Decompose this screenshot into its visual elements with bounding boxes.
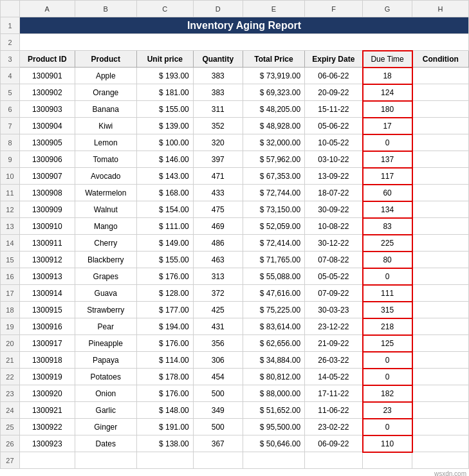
- total-price: $ 72,744.00: [243, 185, 304, 201]
- corner-cell: [1, 1, 20, 17]
- row-num-15: 15: [1, 252, 20, 268]
- condition: [412, 268, 469, 285]
- product-id: 1300908: [19, 185, 75, 201]
- product-name: Tomato: [75, 151, 136, 168]
- quantity: 383: [193, 68, 243, 84]
- data-body: 41300901Apple$ 193.00383$ 73,919.0006-06…: [1, 68, 469, 469]
- total-price: $ 75,225.00: [243, 302, 304, 318]
- product-name: Garlic: [75, 402, 136, 419]
- unit-price: $ 138.00: [136, 435, 193, 452]
- condition: [412, 402, 469, 419]
- col-letter-D: D: [193, 1, 243, 17]
- expiry-date: 07-09-22: [305, 285, 363, 302]
- inventory-table: ABCDEFGH 1 Inventory Aging Report 2 3 Pr…: [0, 0, 469, 469]
- due-time: 80: [363, 252, 412, 268]
- unit-price: $ 181.00: [136, 84, 193, 101]
- quantity: 320: [193, 134, 243, 151]
- unit-price: $ 155.00: [136, 101, 193, 118]
- unit-price: $ 154.00: [136, 201, 193, 218]
- expiry-date: 10-08-22: [305, 218, 363, 235]
- expiry-date: 30-03-23: [305, 302, 363, 318]
- col-letter-E: E: [243, 1, 304, 17]
- product-name: Onion: [75, 385, 136, 402]
- unit-price: $ 111.00: [136, 218, 193, 235]
- total-price: $ 51,652.00: [243, 402, 304, 419]
- total-price: $ 50,646.00: [243, 435, 304, 452]
- quantity: 425: [193, 302, 243, 318]
- unit-price: $ 128.00: [136, 285, 193, 302]
- expiry-date: 18-07-22: [305, 185, 363, 201]
- unit-price: $ 176.00: [136, 385, 193, 402]
- quantity: 313: [193, 268, 243, 285]
- row-num-26: 26: [1, 435, 20, 452]
- unit-price: $ 149.00: [136, 235, 193, 252]
- condition: [412, 68, 469, 84]
- product-name: Strawberry: [75, 302, 136, 318]
- total-price: $ 71,765.00: [243, 252, 304, 268]
- product-name: Kiwi: [75, 118, 136, 134]
- unit-price: $ 155.00: [136, 252, 193, 268]
- table-row: 141300911Cherry$ 149.00486$ 72,414.0030-…: [1, 235, 469, 252]
- product-id: 1300901: [19, 68, 75, 84]
- product-id: 1300902: [19, 84, 75, 101]
- quantity: 352: [193, 118, 243, 134]
- col-letter-F: F: [305, 1, 363, 17]
- expiry-date: 26-03-22: [305, 352, 363, 369]
- product-id: 1300903: [19, 101, 75, 118]
- condition: [412, 352, 469, 369]
- due-time: 180: [363, 101, 412, 118]
- due-time: 315: [363, 302, 412, 318]
- product-name: Potatoes: [75, 369, 136, 385]
- due-time: 125: [363, 335, 412, 352]
- product-id: 1300909: [19, 201, 75, 218]
- unit-price: $ 177.00: [136, 302, 193, 318]
- total-price: $ 62,656.00: [243, 335, 304, 352]
- product-name: Cherry: [75, 235, 136, 252]
- row-27-empty: 27: [1, 452, 469, 469]
- product-name: Watermelon: [75, 185, 136, 201]
- total-price: $ 73,919.00: [243, 68, 304, 84]
- due-time: 0: [363, 352, 412, 369]
- table-row: 251300922Ginger$ 191.00500$ 95,500.0023-…: [1, 419, 469, 435]
- condition: [412, 369, 469, 385]
- condition: [412, 218, 469, 235]
- due-time: 17: [363, 118, 412, 134]
- product-name: Banana: [75, 101, 136, 118]
- col-letter-G: G: [363, 1, 412, 17]
- condition: [412, 185, 469, 201]
- product-name: Walnut: [75, 201, 136, 218]
- row-num-16: 16: [1, 268, 20, 285]
- total-price: $ 88,000.00: [243, 385, 304, 402]
- table-row: 171300914Guava$ 128.00372$ 47,616.0007-0…: [1, 285, 469, 302]
- quantity: 469: [193, 218, 243, 235]
- total-price: $ 80,812.00: [243, 369, 304, 385]
- total-price: $ 57,962.00: [243, 151, 304, 168]
- report-title: Inventory Aging Report: [19, 17, 468, 34]
- product-id: 1300916: [19, 318, 75, 335]
- total-price: $ 67,353.00: [243, 168, 304, 185]
- expiry-date: 07-08-22: [305, 252, 363, 268]
- due-time: 137: [363, 151, 412, 168]
- expiry-date: 11-06-22: [305, 402, 363, 419]
- unit-price: $ 100.00: [136, 134, 193, 151]
- row-num-17: 17: [1, 285, 20, 302]
- expiry-date: 13-09-22: [305, 168, 363, 185]
- total-price: $ 52,059.00: [243, 218, 304, 235]
- due-time: 225: [363, 235, 412, 252]
- row-num-23: 23: [1, 385, 20, 402]
- product-name: Mango: [75, 218, 136, 235]
- expiry-date: 10-05-22: [305, 134, 363, 151]
- expiry-date: 14-05-22: [305, 369, 363, 385]
- row-num-6: 6: [1, 101, 20, 118]
- quantity: 383: [193, 84, 243, 101]
- table-row: 211300918Papaya$ 114.00306$ 34,884.0026-…: [1, 352, 469, 369]
- total-price: $ 48,928.00: [243, 118, 304, 134]
- header-product-id: Product ID: [19, 51, 75, 68]
- expiry-date: 06-09-22: [305, 435, 363, 452]
- table-row: 201300917Pineapple$ 176.00356$ 62,656.00…: [1, 335, 469, 352]
- row-num-10: 10: [1, 168, 20, 185]
- expiry-date: 30-12-22: [305, 235, 363, 252]
- header-expiry-date: Expiry Date: [305, 51, 363, 68]
- row-num-24: 24: [1, 402, 20, 419]
- product-name: Dates: [75, 435, 136, 452]
